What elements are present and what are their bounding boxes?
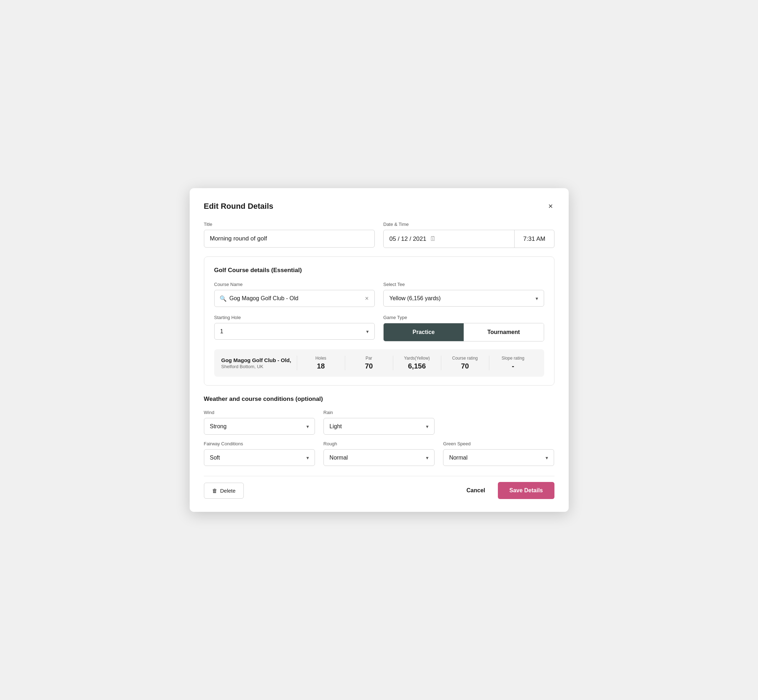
- course-name-search-wrap[interactable]: 🔍 ×: [214, 290, 375, 307]
- fairway-label: Fairway Conditions: [204, 441, 315, 446]
- course-location: Shelford Bottom, UK: [221, 364, 297, 369]
- course-name-input[interactable]: [230, 290, 362, 306]
- course-name-display: Gog Magog Golf Club - Old,: [221, 357, 297, 363]
- holes-label: Holes: [302, 356, 340, 361]
- slope-rating-value: -: [494, 362, 532, 370]
- chevron-down-icon: ▾: [366, 329, 369, 334]
- fairway-rough-green-row: Fairway Conditions Soft Normal Hard Very…: [204, 441, 554, 466]
- datetime-label: Date & Time: [383, 222, 554, 227]
- delete-button[interactable]: 🗑 Delete: [204, 483, 244, 499]
- yards-label: Yards(Yellow): [398, 356, 436, 361]
- tournament-button[interactable]: Tournament: [464, 323, 544, 341]
- time-value: 7:31 AM: [523, 236, 545, 242]
- rain-label: Rain: [324, 410, 434, 415]
- chevron-down-icon: ▾: [306, 423, 309, 429]
- rain-select-wrap[interactable]: None Light Moderate Heavy ▾: [324, 418, 434, 434]
- modal-title: Edit Round Details: [204, 202, 274, 211]
- wind-label: Wind: [204, 410, 315, 415]
- starting-hole-label: Starting Hole: [214, 315, 375, 320]
- chevron-down-icon: ▾: [306, 455, 309, 461]
- practice-button[interactable]: Practice: [384, 323, 464, 341]
- date-input[interactable]: 05 / 12 / 2021 🗓: [384, 230, 514, 248]
- title-label: Title: [204, 222, 375, 227]
- game-type-toggle: Practice Tournament: [383, 323, 544, 341]
- holes-stat: Holes 18: [297, 356, 345, 370]
- course-name-col: Course Name 🔍 ×: [214, 282, 375, 307]
- date-time-row: 05 / 12 / 2021 🗓 7:31 AM: [383, 230, 554, 248]
- starting-hole-wrap[interactable]: 1 2 3 10 ▾: [214, 323, 375, 340]
- rain-dropdown[interactable]: None Light Moderate Heavy: [329, 418, 424, 434]
- chevron-down-icon: ▾: [545, 455, 548, 461]
- weather-title: Weather and course conditions (optional): [204, 395, 554, 403]
- time-input[interactable]: 7:31 AM: [514, 230, 554, 248]
- fairway-dropdown[interactable]: Soft Normal Hard Very Hard: [210, 450, 305, 466]
- green-speed-col: Green Speed Slow Normal Fast Very Fast ▾: [443, 441, 554, 466]
- slope-rating-stat: Slope rating -: [489, 356, 537, 370]
- course-info-bar: Gog Magog Golf Club - Old, Shelford Bott…: [214, 349, 544, 377]
- chevron-down-icon: ▾: [426, 455, 429, 461]
- title-datetime-row: Title Date & Time 05 / 12 / 2021 🗓 7:31 …: [204, 222, 554, 248]
- game-type-label: Game Type: [383, 315, 544, 320]
- select-tee-wrap[interactable]: Yellow (6,156 yards) White Red Blue ▾: [383, 290, 544, 306]
- course-info-name: Gog Magog Golf Club - Old, Shelford Bott…: [221, 357, 297, 369]
- rough-label: Rough: [324, 441, 434, 446]
- modal-footer: 🗑 Delete Cancel Save Details: [204, 476, 554, 499]
- select-tee-label: Select Tee: [383, 282, 544, 287]
- game-type-col: Game Type Practice Tournament: [383, 315, 544, 341]
- close-button[interactable]: ×: [547, 201, 554, 212]
- rough-col: Rough Short Normal Long Very Long ▾: [324, 441, 434, 466]
- green-speed-select-wrap[interactable]: Slow Normal Fast Very Fast ▾: [443, 449, 554, 466]
- select-tee-col: Select Tee Yellow (6,156 yards) White Re…: [383, 282, 544, 307]
- datetime-field-group: Date & Time 05 / 12 / 2021 🗓 7:31 AM: [383, 222, 554, 248]
- wind-col: Wind Calm Light Moderate Strong Very Str…: [204, 410, 315, 434]
- green-speed-dropdown[interactable]: Slow Normal Fast Very Fast: [449, 450, 544, 466]
- starting-hole-dropdown[interactable]: 1 2 3 10: [220, 323, 365, 339]
- weather-section: Weather and course conditions (optional)…: [204, 395, 554, 466]
- title-input[interactable]: [204, 230, 375, 248]
- footer-right: Cancel Save Details: [462, 482, 554, 499]
- chevron-down-icon: ▾: [536, 295, 538, 301]
- date-value: 05 / 12 / 2021: [389, 236, 426, 242]
- select-tee-dropdown[interactable]: Yellow (6,156 yards) White Red Blue: [389, 290, 534, 306]
- modal-header: Edit Round Details ×: [204, 201, 554, 212]
- chevron-down-icon: ▾: [426, 423, 429, 429]
- par-stat: Par 70: [345, 356, 393, 370]
- empty-col: [443, 410, 554, 434]
- course-tee-row: Course Name 🔍 × Select Tee Yellow (6,156…: [214, 282, 544, 307]
- golf-section-title: Golf Course details (Essential): [214, 267, 544, 274]
- slope-rating-label: Slope rating: [494, 356, 532, 361]
- wind-rain-row: Wind Calm Light Moderate Strong Very Str…: [204, 410, 554, 434]
- golf-course-card: Golf Course details (Essential) Course N…: [204, 256, 554, 386]
- holes-value: 18: [302, 362, 340, 370]
- delete-label: Delete: [220, 488, 236, 494]
- calendar-icon: 🗓: [430, 235, 436, 242]
- cancel-button[interactable]: Cancel: [462, 484, 489, 497]
- rain-col: Rain None Light Moderate Heavy ▾: [324, 410, 434, 434]
- fairway-select-wrap[interactable]: Soft Normal Hard Very Hard ▾: [204, 449, 315, 466]
- wind-dropdown[interactable]: Calm Light Moderate Strong Very Strong: [210, 418, 305, 434]
- trash-icon: 🗑: [212, 488, 218, 494]
- course-rating-label: Course rating: [446, 356, 484, 361]
- yards-value: 6,156: [398, 362, 436, 370]
- yards-stat: Yards(Yellow) 6,156: [393, 356, 441, 370]
- par-label: Par: [350, 356, 388, 361]
- par-value: 70: [350, 362, 388, 370]
- title-field-group: Title: [204, 222, 375, 248]
- search-icon: 🔍: [219, 295, 227, 302]
- course-name-label: Course Name: [214, 282, 375, 287]
- course-rating-stat: Course rating 70: [441, 356, 489, 370]
- green-speed-label: Green Speed: [443, 441, 554, 446]
- fairway-col: Fairway Conditions Soft Normal Hard Very…: [204, 441, 315, 466]
- wind-select-wrap[interactable]: Calm Light Moderate Strong Very Strong ▾: [204, 418, 315, 434]
- rough-dropdown[interactable]: Short Normal Long Very Long: [329, 450, 424, 466]
- edit-round-modal: Edit Round Details × Title Date & Time 0…: [190, 188, 568, 512]
- course-rating-value: 70: [446, 362, 484, 370]
- rough-select-wrap[interactable]: Short Normal Long Very Long ▾: [324, 449, 434, 466]
- starting-hole-col: Starting Hole 1 2 3 10 ▾: [214, 315, 375, 341]
- save-button[interactable]: Save Details: [498, 482, 554, 499]
- hole-gametype-row: Starting Hole 1 2 3 10 ▾ Game Type Pract…: [214, 315, 544, 341]
- clear-course-button[interactable]: ×: [364, 295, 370, 302]
